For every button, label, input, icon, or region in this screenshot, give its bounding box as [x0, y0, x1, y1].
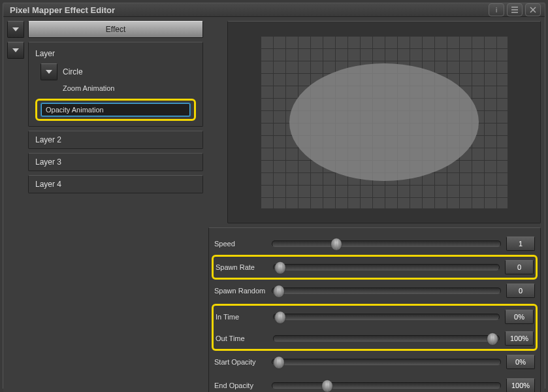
- out-time-slider[interactable]: [273, 332, 500, 345]
- controls-panel: Speed 1 Spawn Rate 0: [208, 227, 541, 392]
- start-opacity-row: Start Opacity 0%: [214, 350, 535, 374]
- speed-row: Speed 1: [214, 232, 535, 255]
- info-button[interactable]: i: [489, 3, 504, 16]
- out-time-label: Out Time: [216, 335, 268, 342]
- spawn-random-value[interactable]: 0: [506, 284, 535, 298]
- close-button[interactable]: [525, 3, 541, 16]
- start-opacity-slider[interactable]: [272, 355, 501, 368]
- effect-row: Effect: [7, 21, 203, 38]
- window: Pixel Mapper Effect Editor i Effect Laye…: [3, 3, 545, 389]
- out-time-row: Out Time 100%: [216, 327, 534, 349]
- spawn-rate-highlight: Spawn Rate 0: [212, 255, 538, 280]
- effect-button[interactable]: Effect: [28, 21, 203, 38]
- spawn-random-label: Spawn Random: [214, 287, 266, 295]
- zoom-animation-item[interactable]: Zoom Animation: [35, 84, 196, 92]
- spawn-rate-slider[interactable]: [273, 261, 500, 274]
- titlebar: Pixel Mapper Effect Editor i: [3, 3, 545, 17]
- in-time-row: In Time 0%: [216, 306, 534, 327]
- window-title: Pixel Mapper Effect Editor: [10, 5, 486, 15]
- spawn-random-slider[interactable]: [272, 284, 501, 297]
- in-time-label: In Time: [216, 313, 268, 321]
- end-opacity-slider[interactable]: [272, 379, 501, 392]
- start-opacity-value[interactable]: 0%: [506, 355, 535, 369]
- spawn-rate-row: Spawn Rate 0: [216, 257, 534, 278]
- end-opacity-value[interactable]: 100%: [506, 378, 535, 392]
- layer-item[interactable]: Layer 3: [28, 153, 203, 171]
- preview-ellipse-shape: [289, 63, 479, 181]
- circle-label[interactable]: Circle: [63, 67, 83, 76]
- out-time-value[interactable]: 100%: [505, 331, 534, 346]
- layer-row: Layer Circle Zoom Animation Opacity Anim…: [7, 42, 203, 127]
- end-opacity-row: End Opacity 100%: [214, 374, 535, 392]
- opacity-highlight: Opacity Animation: [35, 99, 196, 121]
- speed-slider[interactable]: [272, 237, 501, 250]
- right-panel: Speed 1 Spawn Rate 0: [206, 17, 545, 392]
- layer-item[interactable]: Layer 4: [28, 175, 203, 193]
- layer-label[interactable]: Layer: [35, 48, 196, 59]
- spawn-rate-label: Spawn Rate: [216, 263, 268, 271]
- effect-expand-button[interactable]: [7, 21, 24, 38]
- layer-box: Layer Circle Zoom Animation Opacity Anim…: [28, 42, 203, 127]
- speed-value[interactable]: 1: [506, 237, 535, 251]
- in-time-slider[interactable]: [273, 310, 500, 323]
- layer-item[interactable]: Layer 2: [28, 131, 203, 149]
- start-opacity-label: Start Opacity: [214, 358, 266, 366]
- menu-button[interactable]: [507, 3, 523, 16]
- in-time-value[interactable]: 0%: [505, 310, 534, 324]
- spawn-random-row: Spawn Random 0: [214, 279, 535, 302]
- speed-label: Speed: [214, 240, 266, 248]
- opacity-animation-item[interactable]: Opacity Animation: [41, 103, 190, 116]
- spawn-rate-value[interactable]: 0: [505, 260, 534, 274]
- body: Effect Layer Circle Zoom Animation: [3, 17, 545, 392]
- left-panel: Effect Layer Circle Zoom Animation: [3, 17, 206, 392]
- circle-expand-button[interactable]: [40, 63, 57, 80]
- preview-area: [227, 21, 541, 223]
- end-opacity-label: End Opacity: [214, 382, 266, 389]
- circle-row: Circle: [35, 63, 196, 80]
- time-highlight: In Time 0% Out Time 100%: [212, 304, 538, 351]
- layer-expand-button[interactable]: [7, 42, 24, 59]
